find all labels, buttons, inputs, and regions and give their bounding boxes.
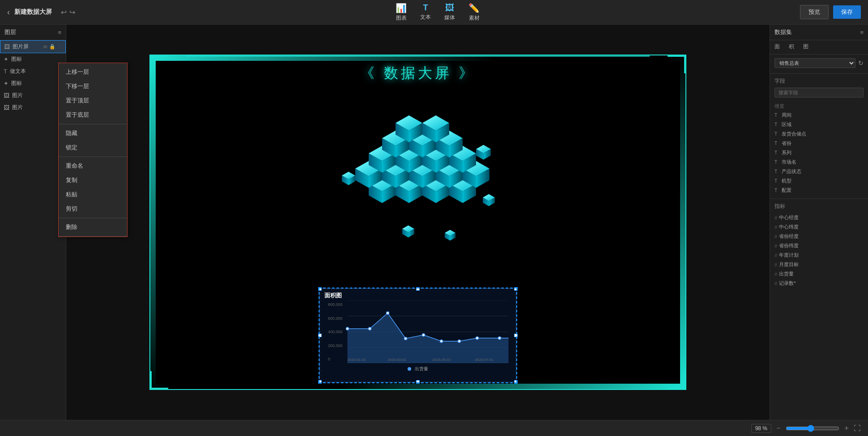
tool-chart[interactable]: 📊 图表 [396,3,407,22]
layers-menu-icon[interactable]: ≡ [58,29,61,36]
resize-handle-tr[interactable] [514,287,518,291]
metric-item-yuedumubiao[interactable]: # 月度目标 [774,260,864,269]
metric-item-shengfenweidu[interactable]: # 省份纬度 [774,241,864,250]
tab-ji[interactable]: 积 [784,40,799,54]
redo-button[interactable]: ↪ [69,8,75,17]
svg-text:2023-07-01: 2023-07-01 [475,358,494,362]
metric-item-jilshu[interactable]: # 记录数* [774,279,864,288]
metric-name-jilshu: 记录数* [779,280,796,287]
field-name-quyu: 区域 [782,121,791,128]
layer-item-icon2[interactable]: ✦ 图标 [0,77,66,89]
fields-section: 字段 维度 T 周间 T 区域 T 发货合储点 T 省份 T 系列 [770,74,868,199]
layer-item-icon1[interactable]: ✦ 图标 [0,53,66,65]
context-menu-delete[interactable]: 删除 [59,220,127,234]
resize-handle-bm[interactable] [416,380,420,384]
context-menu-cut[interactable]: 剪切 [59,202,127,216]
metric-item-zhongxinweidu[interactable]: # 中心纬度 [774,222,864,232]
resize-handle-tm[interactable] [416,287,420,291]
layer-item-pic2[interactable]: 🖼 图片 [0,102,66,114]
layer-item-pic1[interactable]: 🖼 图片 [0,89,66,102]
undo-button[interactable]: ↩ [61,8,67,17]
fullscreen-button[interactable]: ⛶ [854,424,861,432]
field-name-xilie: 系列 [782,149,791,156]
context-menu-paste[interactable]: 粘贴 [59,187,127,202]
refresh-button[interactable]: ↻ [858,59,864,67]
field-item-fahuo[interactable]: T 发货合储点 [774,129,864,139]
field-type-icon: T [774,113,780,118]
field-item-chanpinstatus[interactable]: T 产品状态 [774,167,864,176]
resize-handle-tl[interactable] [318,287,322,291]
layer-pic2-icon: 🖼 [4,104,9,111]
zoom-value: 98 % [751,424,771,433]
resize-handle-ml[interactable] [318,334,322,337]
svg-point-79 [440,340,443,343]
field-type-icon: T [774,178,780,183]
field-item-jixing[interactable]: T 机型 [774,176,864,186]
field-item-xilie[interactable]: T 系列 [774,148,864,157]
layer-item-active[interactable]: 🖼 图片屏 👁 🔒 ⋮ [0,40,66,53]
svg-point-76 [387,312,389,314]
metric-item-chuhuo[interactable]: # 出货量 [774,269,864,279]
context-menu-hide[interactable]: 隐藏 [59,126,127,140]
field-item-shengfen[interactable]: T 省份 [774,139,864,148]
context-menu-to-top[interactable]: 置于顶层 [59,93,127,108]
metric-item-zhongxinjingdu[interactable]: # 中心经度 [774,213,864,222]
chart-legend-label: 出货量 [415,366,428,372]
resize-handle-br[interactable] [514,380,518,384]
resize-handle-mr[interactable] [514,334,518,337]
metric-name-yuedumubiao: 月度目标 [779,261,799,268]
field-name-peizhi: 配置 [782,187,791,194]
field-item-zhoujian[interactable]: T 周间 [774,110,864,120]
tool-media[interactable]: 🖼 媒体 [444,3,455,21]
zoom-slider[interactable] [786,425,839,432]
top-bar-right: 预览 保存 [800,5,861,19]
save-button[interactable]: 保存 [833,5,861,19]
right-panel-menu-icon[interactable]: ≡ [860,29,864,36]
layers-panel-header: 图层 ≡ [0,25,66,40]
left-panel: 图层 ≡ 🖼 图片屏 👁 🔒 ⋮ ✦ 图标 T 做文本 ✦ 图标 🖼 [0,25,66,420]
metric-item-niandujihua[interactable]: # 年度计划 [774,250,864,260]
layer-icon1-name: 图标 [11,55,62,63]
tool-material[interactable]: ✏️ 素材 [468,3,480,22]
preview-button[interactable]: 预览 [800,5,829,19]
chart-container[interactable]: 面积图 800,000 600,000 400,000 200,000 0 [319,288,516,382]
right-panel: 数据集 ≡ 面 积 图 销售总表 ↻ 字段 维度 T 周间 [770,25,868,420]
context-menu-to-bottom[interactable]: 置于底层 [59,108,127,122]
dataset-select[interactable]: 销售总表 [774,58,855,68]
metric-hash-icon: # [774,215,777,220]
cubes-area [333,100,503,270]
zoom-in-button[interactable]: ＋ [843,423,850,433]
fields-title: 字段 [774,77,864,85]
search-field-input[interactable] [774,88,864,97]
context-menu-copy[interactable]: 复制 [59,173,127,187]
app-title: 新建数据大屏 [14,8,52,16]
field-item-peizhi[interactable]: T 配置 [774,186,864,195]
context-menu-rename[interactable]: 重命名 [59,159,127,173]
chart-svg-wrapper: 2023-01-01 2023-03-01 2023-05-01 2023-07… [344,301,512,365]
tool-text[interactable]: T 文本 [420,3,431,21]
field-item-quyu[interactable]: T 区域 [774,120,864,129]
resize-handle-bl[interactable] [318,380,322,384]
tool-chart-label: 图表 [396,14,407,22]
layer-lock-icon[interactable]: 🔒 [49,44,55,50]
layer-item-text[interactable]: T 做文本 [0,65,66,77]
field-item-shichangming[interactable]: T 市场名 [774,157,864,167]
layer-eye-icon[interactable]: 👁 [43,44,48,50]
context-menu-move-up[interactable]: 上移一层 [59,65,127,79]
context-menu-move-down[interactable]: 下移一层 [59,79,127,93]
metric-item-shengfenjingdu[interactable]: # 省份经度 [774,232,864,241]
frame-corner-tr [668,55,685,73]
tab-tu[interactable]: 图 [799,40,813,54]
chart-legend: 出货量 [320,365,516,372]
svg-point-75 [369,327,371,330]
layers-title: 图层 [4,28,16,36]
zoom-out-button[interactable]: － [775,423,782,433]
dataset-row: 销售总表 ↻ [774,58,864,68]
back-button[interactable]: ‹ [7,8,10,17]
context-menu-lock[interactable]: 锁定 [59,140,127,155]
layer-more-icon[interactable]: ⋮ [57,44,62,50]
tab-mian[interactable]: 面 [770,40,784,54]
layer-text-name: 做文本 [10,68,62,75]
field-name-zhoujian: 周间 [782,112,791,119]
tool-text-label: 文本 [420,13,431,21]
